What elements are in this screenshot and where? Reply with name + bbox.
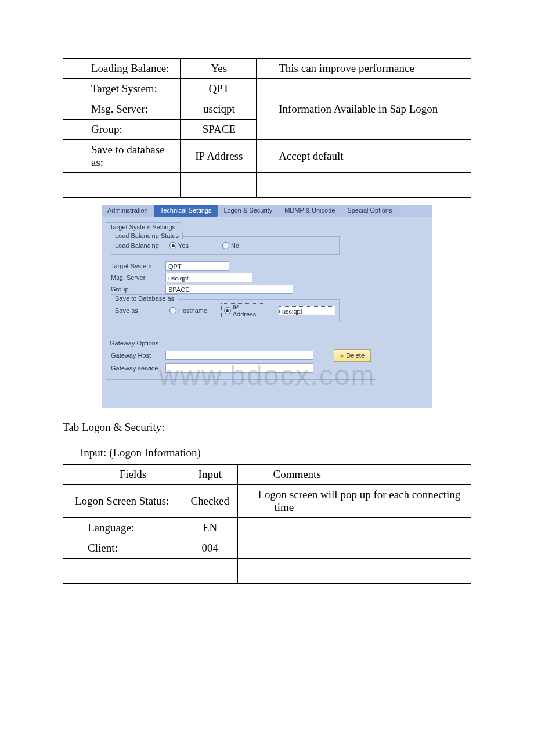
t2-empty-field	[63, 559, 181, 584]
delete-button[interactable]: Delete	[334, 349, 371, 362]
t2-r1-field: Language:	[63, 518, 181, 538]
label-save-as: Save as	[115, 307, 167, 314]
subgroup-title-savedb: Save to Database as	[111, 294, 178, 302]
t1-empty-input	[181, 173, 257, 198]
input-ip-value[interactable]: usciqpt	[279, 306, 335, 315]
radio-hostname-label: Hostname	[178, 307, 207, 314]
input-target-system[interactable]: QPT	[165, 261, 229, 271]
radio-dot-icon	[169, 307, 176, 314]
subgroup-save-to-database: Save to Database as Save as Hostname IP …	[111, 299, 340, 322]
label-gateway-service: Gateway service	[111, 365, 163, 372]
para-tab-logon-security: Tab Logon & Security:	[63, 421, 471, 434]
subgroup-title-lb: Load Balancing Status	[111, 232, 183, 239]
radio-ip-label: IP Address	[233, 304, 262, 318]
group-target-system-settings: Target System Settings Load Balancing St…	[106, 228, 348, 333]
t1-info-comment: Information Available in Sap Logon	[257, 79, 471, 140]
t2-r2-input: 004	[181, 538, 238, 559]
label-target-system: Target System	[111, 262, 163, 269]
delete-button-label: Delete	[346, 352, 365, 359]
t2-head-field: Fields	[63, 465, 181, 485]
t1-empty-comment	[257, 173, 471, 198]
input-gateway-service[interactable]	[165, 363, 313, 373]
label-load-balancing: Load Balancing	[115, 242, 167, 249]
t2-r1-input: EN	[181, 518, 238, 538]
t1-r2-input: usciqpt	[181, 99, 257, 120]
t1-r4-field: Save to database as:	[63, 140, 181, 173]
t2-r0-field: Logon Screen Status:	[63, 485, 181, 518]
tab-logon-security[interactable]: Logon & Security	[218, 205, 279, 217]
radio-hostname[interactable]: Hostname	[169, 307, 207, 314]
t1-r1-input: QPT	[181, 79, 257, 99]
group-title-target: Target System Settings	[106, 222, 181, 231]
radio-dot-icon	[224, 307, 231, 314]
radio-load-balancing-yes[interactable]: Yes	[169, 242, 189, 249]
radio-dot-icon	[169, 242, 176, 249]
logon-security-table: Fields Input Comments Logon Screen Statu…	[63, 464, 471, 584]
subgroup-load-balancing-status: Load Balancing Status Load Balancing Yes…	[111, 236, 340, 255]
sap-body: Target System Settings Load Balancing St…	[102, 217, 432, 408]
tab-administration[interactable]: Administration	[102, 205, 154, 217]
t2-r2-field: Client:	[63, 538, 181, 559]
label-msg-server: Msg. Server	[111, 274, 163, 281]
t2-r0-input: Checked	[181, 485, 238, 518]
tab-technical-settings[interactable]: Technical Settings	[154, 205, 218, 217]
t1-r3-field: Group:	[63, 120, 181, 140]
t2-empty-comment	[238, 559, 471, 584]
t1-r1-field: Target System:	[63, 79, 181, 99]
group-title-gateway: Gateway Options	[106, 339, 164, 347]
t1-r0-field: Loading Balance:	[63, 59, 181, 79]
t2-r0-comment: Logon screen will pop up for each connec…	[238, 485, 471, 518]
t1-r0-comment: This can improve performance	[257, 59, 471, 79]
t1-empty-field	[63, 173, 181, 198]
group-gateway-options: Gateway Options Gateway Host Delete Gate…	[106, 344, 376, 380]
radio-dot-icon	[222, 242, 229, 249]
para-input-logon-info: Input: (Logon Information)	[63, 447, 471, 459]
sap-tabstrip: Administration Technical Settings Logon …	[102, 205, 432, 217]
input-gateway-host[interactable]	[165, 351, 313, 360]
t1-r2-field: Msg. Server:	[63, 99, 181, 120]
t2-r1-comment	[238, 518, 471, 538]
t1-r0-input: Yes	[181, 59, 257, 79]
input-group[interactable]: SPACE	[165, 285, 293, 294]
sap-panel: Administration Technical Settings Logon …	[102, 205, 432, 408]
label-group: Group	[111, 286, 163, 293]
t1-r3-input: SPACE	[181, 120, 257, 140]
t2-r2-comment	[238, 538, 471, 559]
t1-r4-input: IP Address	[181, 140, 257, 173]
t2-head-input: Input	[181, 465, 238, 485]
tab-special-options[interactable]: Special Options	[341, 205, 398, 217]
tab-mdmp-unicode[interactable]: MDMP & Unicode	[279, 205, 341, 217]
input-msg-server[interactable]: usciqpt	[165, 273, 252, 282]
t1-r4-comment: Accept default	[257, 140, 471, 173]
radio-no-label: No	[231, 242, 239, 249]
t2-head-comment: Comments	[238, 465, 471, 485]
label-gateway-host: Gateway Host	[111, 352, 163, 359]
t2-empty-input	[181, 559, 238, 584]
radio-ip-address[interactable]: IP Address	[221, 303, 265, 318]
top-input-table: Loading Balance: Yes This can improve pe…	[63, 58, 471, 198]
radio-yes-label: Yes	[178, 242, 189, 249]
radio-load-balancing-no[interactable]: No	[222, 242, 239, 249]
